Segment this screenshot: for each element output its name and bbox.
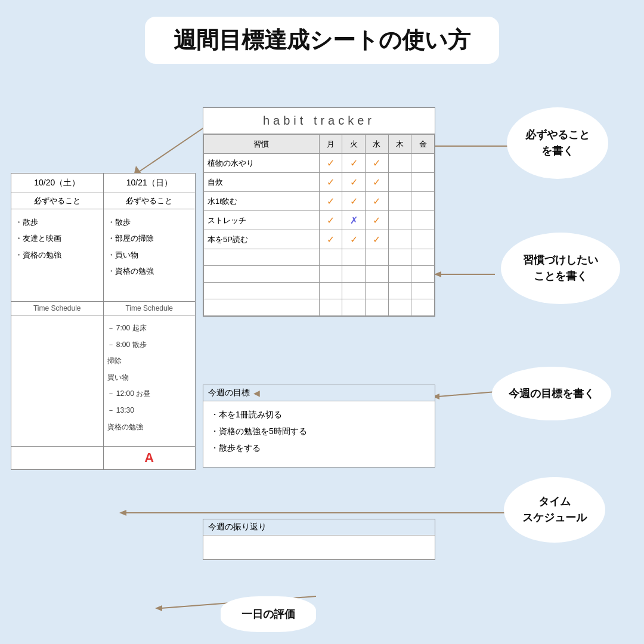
sat-item: ・友達と映画 xyxy=(15,230,100,246)
habit-check: ✓ xyxy=(365,192,388,211)
schedule-item: － 12:00 お昼 xyxy=(107,386,192,402)
habit-check xyxy=(388,230,411,249)
tracker-header: habit tracker xyxy=(203,108,435,134)
cal-schedule-header: Time Schedule Time Schedule xyxy=(11,302,195,315)
tracker-row: 本を5P読む✓✓✓ xyxy=(204,230,435,249)
habit-check: ✓ xyxy=(365,154,388,173)
empty-cell xyxy=(365,283,388,299)
habit-check: ✓ xyxy=(319,173,342,192)
check-mark-orange: ✓ xyxy=(373,215,380,225)
check-mark-orange: ✓ xyxy=(327,234,335,244)
check-mark-orange: ✓ xyxy=(327,177,335,187)
tracker-col-headers: 習慣 月 火 水 木 金 xyxy=(204,135,435,154)
check-mark-orange: ✓ xyxy=(373,234,380,244)
bubble-daily-eval: 一日の評価 xyxy=(221,596,316,632)
empty-cell xyxy=(342,266,366,283)
habit-name: 水1ℓ飲む xyxy=(204,192,320,211)
reflection-section: 今週の振り返り xyxy=(203,519,435,560)
check-mark-orange: ✓ xyxy=(350,234,358,244)
habit-name: 植物の水やり xyxy=(204,154,320,173)
tracker-row: 水1ℓ飲む✓✓✓ xyxy=(204,192,435,211)
habit-check: ✓ xyxy=(319,154,342,173)
check-mark-orange: ✓ xyxy=(373,158,380,168)
col-wed: 水 xyxy=(365,135,388,154)
habit-check xyxy=(388,192,411,211)
empty-cell xyxy=(365,266,388,283)
col-habit: 習慣 xyxy=(204,135,320,154)
empty-cell xyxy=(204,283,320,299)
habit-check: ✓ xyxy=(342,230,366,249)
bubble-3-text: 今週の目標を書く xyxy=(509,386,595,402)
habit-check: ✓ xyxy=(342,173,366,192)
cal-sat-items: ・散歩・友達と映画・資格の勉強 xyxy=(11,209,104,301)
cal-must-sat: 必ずやること xyxy=(11,193,104,209)
empty-cell xyxy=(411,266,435,283)
goals-arrow-indicator: ◀ xyxy=(253,388,260,398)
check-mark-orange: ✓ xyxy=(327,215,335,225)
sat-item: ・資格の勉強 xyxy=(15,247,100,263)
habit-check: ✓ xyxy=(342,154,366,173)
empty-cell xyxy=(319,283,342,299)
bubble-time-schedule: タイム スケジュール xyxy=(504,477,605,543)
tracker-empty-row xyxy=(204,249,435,266)
goals-label: 今週の目標 ◀ xyxy=(203,385,435,401)
cal-sun-items: ・散歩・部屋の掃除・買い物・資格の勉強 xyxy=(104,209,196,301)
habit-check xyxy=(388,173,411,192)
calendar-sheet: 10/20（土） 10/21（日） 必ずやること 必ずやること ・散歩・友達と映… xyxy=(11,173,196,470)
empty-cell xyxy=(204,299,320,316)
schedule-item: 掃除 xyxy=(107,353,192,370)
habit-check xyxy=(411,154,435,173)
habit-check: ✓ xyxy=(342,192,366,211)
check-mark-orange: ✓ xyxy=(350,177,358,187)
tracker-sheet: habit tracker 習慣 月 火 水 木 金 植物の水やり✓✓✓自炊✓✓… xyxy=(203,107,435,317)
empty-cell xyxy=(411,299,435,316)
cal-must-sun: 必ずやること xyxy=(104,193,196,209)
tracker-row: 自炊✓✓✓ xyxy=(204,173,435,192)
habit-check xyxy=(411,173,435,192)
page-title: 週間目標達成シートの使い方 xyxy=(174,27,470,52)
tracker-empty-row xyxy=(204,283,435,299)
empty-cell xyxy=(411,283,435,299)
sun-item: ・散歩 xyxy=(107,214,192,230)
bubble-habit-write: 習慣づけしたい ことを書く xyxy=(501,233,620,304)
habit-check xyxy=(388,154,411,173)
title-box: 週間目標達成シートの使い方 xyxy=(145,17,499,64)
empty-cell xyxy=(388,266,411,283)
empty-cell xyxy=(388,283,411,299)
empty-cell xyxy=(204,249,320,266)
check-mark-orange: ✓ xyxy=(373,177,380,187)
goal-item: ・資格の勉強を5時間する xyxy=(210,423,428,439)
goal-item: ・本を1冊読み切る xyxy=(210,406,428,423)
habit-check: ✓ xyxy=(319,192,342,211)
bubble-4-text: タイム スケジュール xyxy=(522,494,587,526)
habit-check xyxy=(411,192,435,211)
empty-cell xyxy=(204,266,320,283)
tracker-row: 植物の水やり✓✓✓ xyxy=(204,154,435,173)
tracker-empty-row xyxy=(204,266,435,283)
cross-mark-blue: ✗ xyxy=(350,215,358,225)
check-mark-orange: ✓ xyxy=(350,196,358,206)
cal-schedule-row: － 7:00 起床－ 8:00 散歩掃除買い物－ 12:00 お昼－ 13:30… xyxy=(11,315,195,447)
cal-schedule-label-sun: Time Schedule xyxy=(104,302,196,315)
reflection-content xyxy=(203,535,435,559)
schedule-item: － 7:00 起床 xyxy=(107,320,192,337)
habit-check: ✓ xyxy=(365,230,388,249)
habit-name: 本を5P読む xyxy=(204,230,320,249)
check-mark-orange: ✓ xyxy=(373,196,380,206)
empty-cell xyxy=(365,299,388,316)
schedule-item: － 13:30 xyxy=(107,402,192,419)
empty-cell xyxy=(319,249,342,266)
cal-eval-row: A xyxy=(11,447,195,469)
check-mark-orange: ✓ xyxy=(350,158,358,168)
habit-check xyxy=(411,230,435,249)
habit-check: ✓ xyxy=(365,211,388,230)
habit-check: ✗ xyxy=(342,211,366,230)
tracker-table: 習慣 月 火 水 木 金 植物の水やり✓✓✓自炊✓✓✓水1ℓ飲む✓✓✓ストレッチ… xyxy=(203,134,435,316)
sun-item: ・部屋の掃除 xyxy=(107,230,192,246)
bubble-2-text: 習慣づけしたい ことを書く xyxy=(523,252,598,284)
cal-must-row: 必ずやること 必ずやること xyxy=(11,193,195,209)
cal-sat-schedule xyxy=(11,315,104,446)
cal-date-sat: 10/20（土） xyxy=(11,174,104,193)
habit-check xyxy=(388,211,411,230)
col-fri: 金 xyxy=(411,135,435,154)
